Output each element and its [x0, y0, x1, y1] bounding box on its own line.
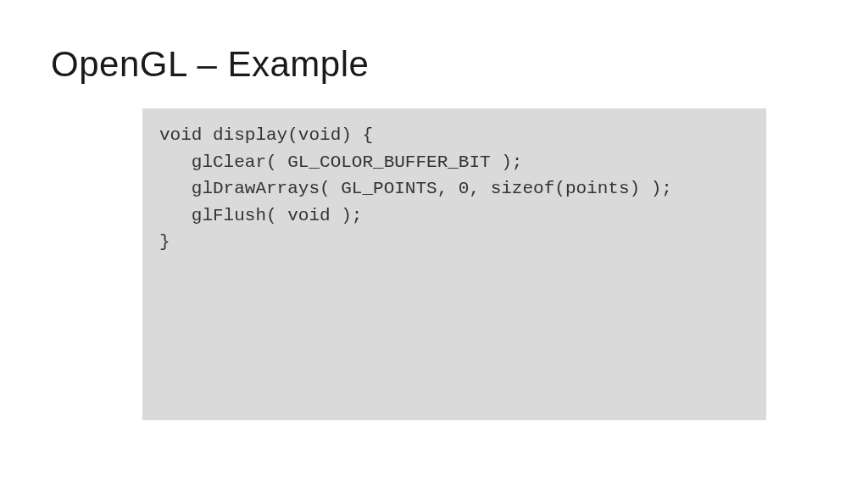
code-line: } — [159, 229, 749, 256]
slide-title: OpenGL – Example — [51, 44, 817, 85]
code-line: void display(void) { — [159, 122, 749, 149]
code-line: glClear( GL_COLOR_BUFFER_BIT ); — [159, 149, 749, 176]
slide: OpenGL – Example void display(void) { gl… — [0, 0, 868, 488]
code-block: void display(void) { glClear( GL_COLOR_B… — [142, 108, 766, 420]
code-line: glFlush( void ); — [159, 202, 749, 230]
code-line: glDrawArrays( GL_POINTS, 0, sizeof(point… — [159, 175, 749, 202]
